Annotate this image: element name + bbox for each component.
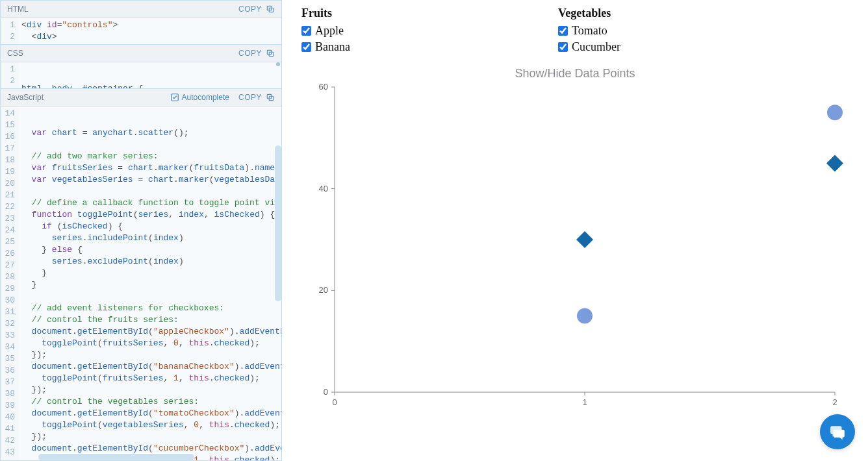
fruits-title: Fruits [301, 6, 350, 20]
js-section: JavaScript Autocomplete COPY 14151617181… [1, 88, 281, 460]
checkbox-checked-icon [170, 93, 179, 102]
tomato-checkbox-row[interactable]: Tomato [558, 24, 620, 38]
banana-checkbox-row[interactable]: Banana [301, 40, 350, 54]
tomato-checkbox[interactable] [558, 26, 568, 36]
js-header: JavaScript Autocomplete COPY [1, 88, 281, 106]
svg-text:60: 60 [319, 82, 328, 92]
copy-icon [266, 93, 275, 102]
css-title: CSS [7, 49, 23, 58]
html-header: HTML COPY [1, 1, 281, 18]
svg-text:20: 20 [319, 285, 328, 295]
js-vertical-scrollbar[interactable] [275, 145, 281, 301]
preview-panel: Fruits Apple Banana Vegetables Tomato Cu… [282, 0, 868, 461]
svg-point-24 [827, 105, 843, 120]
vegetables-title: Vegetables [558, 6, 620, 20]
svg-text:0: 0 [324, 387, 328, 397]
cucumber-label: Cucumber [572, 40, 620, 54]
chart-container: Show/Hide Data Points 0204060012 [301, 67, 849, 418]
chart-title: Show/Hide Data Points [301, 67, 849, 81]
vegetables-group: Vegetables Tomato Cucumber [558, 6, 620, 55]
svg-text:40: 40 [319, 184, 328, 193]
controls: Fruits Apple Banana Vegetables Tomato Cu… [301, 6, 849, 55]
apple-checkbox-row[interactable]: Apple [301, 24, 350, 38]
css-scroll-indicator [276, 62, 280, 66]
apple-checkbox[interactable] [301, 26, 311, 36]
copy-label: COPY [238, 5, 262, 14]
copy-icon [266, 5, 275, 14]
autocomplete-toggle[interactable]: Autocomplete [170, 93, 229, 102]
copy-label: COPY [238, 49, 262, 58]
svg-point-23 [577, 308, 593, 324]
js-gutter: 1415161718192021222324252627282930313233… [1, 106, 19, 460]
banana-checkbox[interactable] [301, 42, 311, 52]
svg-marker-25 [576, 231, 593, 248]
cucumber-checkbox-row[interactable]: Cucumber [558, 40, 620, 54]
js-horizontal-scrollbar[interactable] [38, 454, 194, 460]
html-code-lines[interactable]: <div id="controls"> <div> [19, 18, 281, 44]
code-editor-panel: HTML COPY 12 <div id="controls"> <div> C… [0, 0, 282, 461]
js-copy-button[interactable]: COPY [238, 93, 275, 102]
js-title: JavaScript [7, 93, 44, 102]
js-code-lines[interactable]: var chart = anychart.scatter(); // add t… [19, 106, 281, 460]
html-gutter: 12 [1, 18, 19, 44]
copy-label: COPY [238, 93, 262, 102]
fruits-group: Fruits Apple Banana [301, 6, 350, 55]
svg-text:2: 2 [832, 397, 837, 407]
html-copy-button[interactable]: COPY [238, 5, 275, 14]
html-title: HTML [7, 5, 29, 14]
banana-label: Banana [315, 40, 350, 54]
chat-icon [829, 423, 846, 440]
css-copy-button[interactable]: COPY [238, 49, 275, 58]
tomato-label: Tomato [572, 24, 607, 38]
css-code-area[interactable]: 12 html, body, #container { width: 100%; [1, 62, 281, 88]
autocomplete-label: Autocomplete [182, 93, 229, 102]
css-gutter: 12 [1, 62, 19, 88]
scatter-chart: 0204060012 [302, 81, 848, 418]
html-section: HTML COPY 12 <div id="controls"> <div> [1, 1, 281, 44]
svg-text:0: 0 [332, 397, 337, 407]
chat-button[interactable] [820, 414, 855, 449]
js-code-area[interactable]: 1415161718192021222324252627282930313233… [1, 106, 281, 460]
html-code-area[interactable]: 12 <div id="controls"> <div> [1, 18, 281, 44]
cucumber-checkbox[interactable] [558, 42, 568, 52]
svg-marker-26 [826, 155, 843, 172]
apple-label: Apple [315, 24, 344, 38]
css-header: CSS COPY [1, 44, 281, 62]
copy-icon [266, 49, 275, 58]
css-code-lines[interactable]: html, body, #container { width: 100%; [19, 62, 281, 88]
svg-text:1: 1 [582, 397, 587, 407]
css-section: CSS COPY 12 html, body, #container { wid… [1, 44, 281, 88]
